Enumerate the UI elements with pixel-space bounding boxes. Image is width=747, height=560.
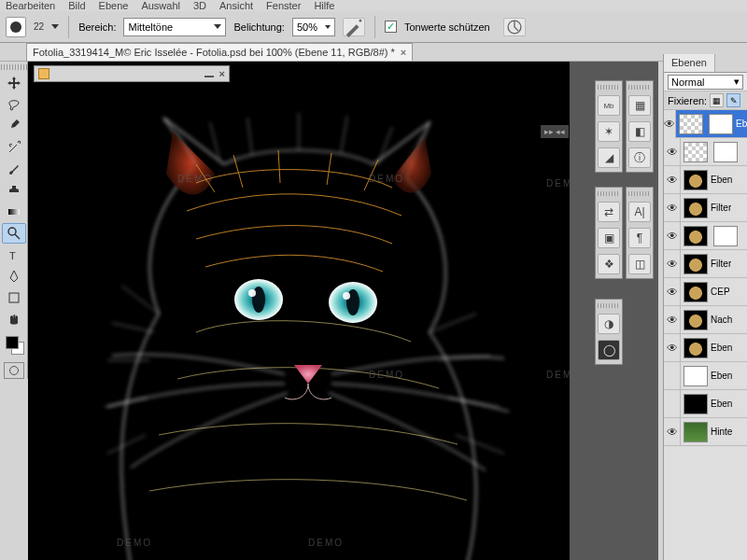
- masks-icon[interactable]: ▣: [598, 228, 620, 248]
- layer-thumb[interactable]: [684, 422, 708, 442]
- document-canvas[interactable]: ×: [28, 62, 570, 560]
- menubar[interactable]: Bearbeiten Bild Ebene Auswahl 3D Ansicht…: [0, 0, 747, 11]
- menu-item[interactable]: Auswahl: [141, 0, 180, 11]
- layer-thumb[interactable]: [679, 114, 703, 134]
- tonwerte-checkbox[interactable]: ✓: [385, 21, 397, 33]
- layer-thumb[interactable]: [684, 170, 708, 190]
- bereich-dropdown[interactable]: Mitteltöne: [123, 18, 226, 36]
- layer-name[interactable]: Eben: [711, 371, 732, 381]
- layer-name[interactable]: Eben: [711, 343, 732, 353]
- layer-thumb[interactable]: [684, 198, 708, 218]
- gradient-tool[interactable]: [2, 202, 26, 222]
- panel-collapse-buttons[interactable]: ▸▸◂◂: [541, 125, 569, 138]
- panel-strip-e[interactable]: ◑ ◯: [595, 299, 623, 365]
- layer-thumb[interactable]: [684, 254, 708, 274]
- layer-row[interactable]: 👁: [664, 222, 747, 250]
- styles-icon[interactable]: ❖: [598, 254, 620, 274]
- visibility-icon[interactable]: 👁: [664, 334, 681, 362]
- layer-thumb[interactable]: [684, 310, 708, 330]
- belichtung-input[interactable]: 50%: [292, 18, 335, 36]
- airbrush-button[interactable]: [343, 18, 365, 36]
- histogram-icon[interactable]: ◢: [598, 147, 620, 168]
- panel-strip-a[interactable]: Mb ✶ ◢: [595, 80, 623, 173]
- clone-tool[interactable]: [2, 180, 26, 201]
- adjustments-icon[interactable]: ⇄: [598, 202, 620, 222]
- brush-dropdown-arrow-icon[interactable]: [51, 24, 59, 29]
- navigator-icon[interactable]: ✶: [598, 121, 620, 142]
- quickmask-button[interactable]: [4, 362, 24, 379]
- layer-name[interactable]: Eben: [711, 399, 732, 409]
- grip-icon[interactable]: [598, 191, 620, 196]
- transform-icon[interactable]: ◫: [628, 254, 651, 274]
- visibility-icon[interactable]: 👁: [664, 166, 681, 194]
- visibility-icon[interactable]: 👁: [664, 110, 676, 138]
- layer-thumb[interactable]: [684, 338, 708, 358]
- blend-mode-dropdown[interactable]: Normal ▾: [668, 75, 743, 90]
- visibility-icon[interactable]: 👁: [664, 194, 681, 222]
- arrow-icon[interactable]: ▸▸: [544, 127, 554, 136]
- document-tab[interactable]: Fotolia_3319414_M© Eric Isselée - Fotoli…: [26, 43, 413, 61]
- layer-name[interactable]: Eben: [711, 175, 732, 185]
- wand-tool[interactable]: [2, 137, 26, 158]
- visibility-icon[interactable]: 👁: [664, 278, 681, 306]
- swatches-icon[interactable]: ▦: [628, 95, 651, 116]
- floating-window-bar[interactable]: ×: [34, 65, 230, 82]
- adjustment-fill-icon[interactable]: ◑: [598, 314, 620, 334]
- tab-ebenen[interactable]: Ebenen: [664, 54, 715, 72]
- layer-row[interactable]: Eben: [664, 362, 747, 390]
- grip-icon[interactable]: [598, 303, 620, 308]
- close-icon[interactable]: ×: [401, 47, 406, 58]
- visibility-icon[interactable]: [664, 390, 681, 418]
- visibility-icon[interactable]: 👁: [664, 250, 681, 278]
- visibility-icon[interactable]: [664, 362, 681, 390]
- layer-list[interactable]: 👁Ebe👁👁Eben👁Filter👁👁Filter👁CEP👁Nach👁EbenE…: [664, 110, 747, 560]
- tablet-pressure-button[interactable]: [503, 18, 526, 36]
- layer-fx-icon[interactable]: ◯: [598, 340, 620, 360]
- brush-preset-icon[interactable]: [6, 17, 26, 37]
- layer-row[interactable]: 👁Eben: [664, 334, 747, 362]
- type-tool[interactable]: T: [2, 245, 26, 265]
- layer-row[interactable]: Eben: [664, 390, 747, 418]
- layer-name[interactable]: Filter: [711, 203, 731, 213]
- move-tool[interactable]: [2, 73, 26, 93]
- layer-row[interactable]: 👁Filter: [664, 250, 747, 278]
- close-icon[interactable]: ×: [219, 68, 225, 79]
- grip-icon[interactable]: [628, 191, 651, 196]
- visibility-icon[interactable]: 👁: [664, 138, 681, 166]
- menu-item[interactable]: Bearbeiten: [6, 0, 55, 11]
- layer-name[interactable]: Nach: [711, 315, 732, 325]
- grip-icon[interactable]: [598, 85, 620, 90]
- arrow-icon[interactable]: ◂◂: [556, 127, 565, 136]
- lock-transparency-button[interactable]: ▦: [710, 93, 724, 107]
- zoom-tool[interactable]: [2, 223, 26, 244]
- layer-name[interactable]: Hinte: [711, 427, 732, 437]
- layer-row[interactable]: 👁: [664, 138, 747, 166]
- color-swatches[interactable]: [4, 334, 24, 355]
- layer-thumb[interactable]: [684, 226, 708, 246]
- layer-thumb[interactable]: [684, 142, 708, 162]
- layer-row[interactable]: 👁Nach: [664, 306, 747, 334]
- menu-item[interactable]: Fenster: [266, 0, 301, 11]
- visibility-icon[interactable]: 👁: [664, 418, 681, 446]
- menu-item[interactable]: Bild: [68, 0, 85, 11]
- layer-name[interactable]: CEP: [711, 287, 730, 297]
- grip-icon[interactable]: [628, 85, 651, 90]
- panel-strip-d[interactable]: A| ¶ ◫: [626, 187, 654, 279]
- layer-thumb[interactable]: [684, 394, 708, 414]
- menu-item[interactable]: 3D: [193, 0, 206, 11]
- menu-item[interactable]: Hilfe: [314, 0, 334, 11]
- layer-row[interactable]: 👁Ebe: [664, 110, 747, 138]
- layer-row[interactable]: 👁CEP: [664, 278, 747, 306]
- fg-color[interactable]: [6, 336, 19, 349]
- shape-tool[interactable]: [2, 287, 26, 308]
- panel-strip-b[interactable]: ▦ ◧ ⓘ: [626, 80, 654, 173]
- panel-strip-c[interactable]: ⇄ ▣ ❖: [595, 187, 623, 279]
- visibility-icon[interactable]: 👁: [664, 306, 681, 334]
- visibility-icon[interactable]: 👁: [664, 222, 681, 250]
- grip-icon[interactable]: [1, 64, 27, 70]
- info-icon[interactable]: ⓘ: [628, 147, 651, 168]
- minibridge-icon[interactable]: Mb: [598, 95, 620, 116]
- layer-name[interactable]: Ebe: [736, 119, 747, 129]
- layer-name[interactable]: Filter: [711, 259, 731, 269]
- color-icon[interactable]: ◧: [628, 121, 651, 142]
